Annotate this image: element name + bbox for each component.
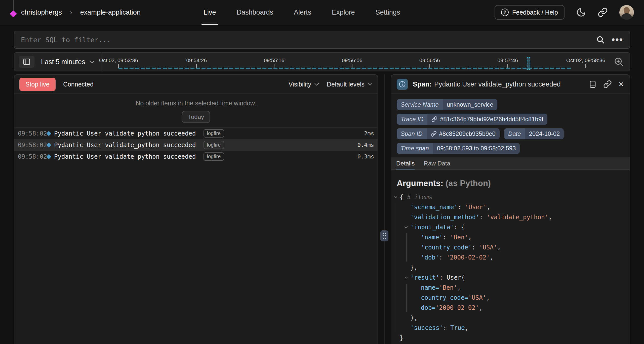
live-feed-panel: Stop live Connected Visibility Default l…	[14, 74, 378, 344]
breadcrumb-project[interactable]: example-application	[80, 9, 141, 16]
tab-details[interactable]: Details	[396, 157, 415, 169]
link-icon	[598, 7, 608, 17]
time-range-selector[interactable]: Last 5 minutes	[41, 58, 95, 66]
duration-label: 0.3ms	[351, 153, 374, 160]
arguments-heading: Arguments: (as Python)	[397, 179, 624, 188]
code-line: ),	[393, 313, 630, 323]
duration-label: 2ms	[351, 130, 374, 137]
theme-toggle-button[interactable]	[576, 7, 586, 17]
detail-tabs: Details Raw Data	[391, 157, 630, 170]
timeline-tick-mark	[585, 64, 586, 68]
tab-explore[interactable]: Explore	[332, 0, 355, 25]
link-icon	[431, 116, 437, 122]
log-time: 09:58:02	[18, 130, 46, 137]
search-icon[interactable]	[596, 35, 605, 44]
close-icon[interactable]: ✕	[618, 80, 624, 89]
sidebar-toggle-button[interactable]	[19, 56, 34, 68]
code-line: },	[393, 263, 630, 273]
log-message: Pydantic User validate_python succeeded	[54, 130, 196, 137]
sql-filter-input[interactable]	[21, 36, 596, 44]
timeline-activity-dashes	[118, 68, 572, 69]
collapse-chevron-icon[interactable]	[404, 222, 408, 232]
log-time: 09:58:02	[18, 142, 46, 149]
timeline-tick-label: Oct 02, 09:53:36	[99, 57, 138, 63]
timeline-tick-mark	[507, 64, 508, 68]
tab-dashboards[interactable]: Dashboards	[236, 0, 273, 25]
logfire-logo-icon[interactable]	[10, 5, 17, 20]
user-avatar[interactable]	[619, 5, 634, 20]
tab-live[interactable]: Live	[204, 0, 216, 25]
code-line: 'schema_name': 'User',	[393, 202, 630, 212]
zoom-in-icon[interactable]	[614, 57, 624, 67]
chevron-down-icon	[314, 83, 319, 86]
code-line: name='Ben',	[393, 283, 630, 293]
timeline-tick-label: 09:55:16	[264, 57, 285, 63]
timeline-tick-label: 09:54:26	[186, 57, 207, 63]
span-detail-panel: Span:Pydantic User validate_python succe…	[391, 74, 630, 344]
timeline-tick-mark	[118, 64, 119, 68]
log-row[interactable]: 09:58:02 Pydantic User validate_python s…	[14, 151, 378, 162]
code-line: 'result': User(	[393, 273, 630, 283]
more-options-icon[interactable]: •••	[612, 37, 623, 42]
code-line: 'name': 'Ben',	[393, 232, 630, 242]
time-range-label: Last 5 minutes	[41, 58, 85, 66]
visibility-dropdown[interactable]: Visibility	[289, 81, 319, 88]
breadcrumb-org[interactable]: christophergs	[21, 9, 62, 16]
logfire-tag: logfire	[204, 141, 224, 149]
log-message: Pydantic User validate_python succeeded	[54, 153, 196, 160]
panel-layout-icon[interactable]	[589, 80, 597, 88]
tab-alerts[interactable]: Alerts	[294, 0, 311, 25]
panel-resize-handle[interactable]	[380, 230, 388, 241]
tab-raw-data[interactable]: Raw Data	[424, 157, 450, 169]
today-button[interactable]: Today	[182, 111, 210, 123]
timeline-tick-label: 09:56:56	[419, 57, 440, 63]
timeline-tick-label: 09:57:46	[497, 57, 518, 63]
span-kind-label: Span:	[413, 80, 432, 88]
span-level-diamond-icon	[46, 143, 51, 148]
default-levels-dropdown[interactable]: Default levels	[327, 81, 373, 88]
timeline-tick-mark	[196, 64, 197, 68]
timeline-tick-label: 09:56:06	[342, 57, 363, 63]
duration-label: 0.4ms	[351, 142, 374, 148]
nav-actions: ? Feedback / Help	[495, 5, 634, 20]
span-level-diamond-icon	[46, 131, 51, 136]
copy-link-button[interactable]	[598, 7, 608, 17]
log-message: Pydantic User validate_python succeeded	[54, 142, 196, 149]
log-rows: 09:58:02 Pydantic User validate_python s…	[14, 127, 378, 344]
breadcrumb-separator-icon: ›	[70, 9, 72, 16]
timeline-tick-label: Oct 02, 09:58:36	[566, 57, 605, 63]
code-line: }	[393, 333, 630, 343]
timeline-spike[interactable]	[527, 57, 530, 70]
moon-icon	[576, 7, 586, 17]
code-line: { 5 items	[393, 192, 630, 202]
connection-status: Connected	[63, 81, 94, 88]
span-id-badge: Span ID #8c85209cb935b9e0	[397, 128, 500, 139]
link-icon[interactable]	[603, 80, 612, 89]
code-line: dob='2000-02-02',	[393, 303, 630, 313]
collapse-chevron-icon[interactable]	[404, 273, 408, 283]
code-line: 'dob': '2000-02-02',	[393, 252, 630, 263]
chevron-down-icon	[368, 83, 373, 86]
log-row[interactable]: 09:58:02 Pydantic User validate_python s…	[14, 127, 378, 139]
panel-left-icon	[23, 58, 31, 66]
stop-live-button[interactable]: Stop live	[19, 78, 56, 91]
timeline-axis[interactable]: Oct 02, 09:53:3609:54:2609:55:1609:56:06…	[101, 53, 608, 71]
collapse-chevron-icon[interactable]	[394, 192, 397, 202]
tab-settings[interactable]: Settings	[376, 0, 400, 25]
logfire-tag: logfire	[204, 152, 224, 161]
feedback-help-button[interactable]: ? Feedback / Help	[495, 5, 565, 20]
timeline-tick-mark	[274, 64, 274, 68]
timeline-tick-mark	[352, 64, 352, 68]
trace-id-badge: Trace ID #81c364b79bbd92ef26b4dd5ff4c81b…	[397, 114, 547, 125]
feedback-help-label: Feedback / Help	[512, 9, 558, 16]
timeline-bar: Last 5 minutes Oct 02, 09:53:3609:54:260…	[14, 52, 630, 71]
sql-filter-bar: •••	[14, 31, 630, 49]
span-level-diamond-icon	[46, 154, 51, 159]
code-line: 'country_code': 'USA',	[393, 242, 630, 252]
span-title: Span:Pydantic User validate_python succe…	[413, 80, 561, 88]
code-line: 'validation_method': 'validate_python',	[393, 212, 630, 222]
arguments-tree: { 5 items'schema_name': 'User','validati…	[391, 191, 630, 344]
span-info-icon	[397, 79, 408, 90]
panel-divider	[384, 74, 385, 344]
log-row[interactable]: 09:58:02 Pydantic User validate_python s…	[14, 139, 378, 151]
